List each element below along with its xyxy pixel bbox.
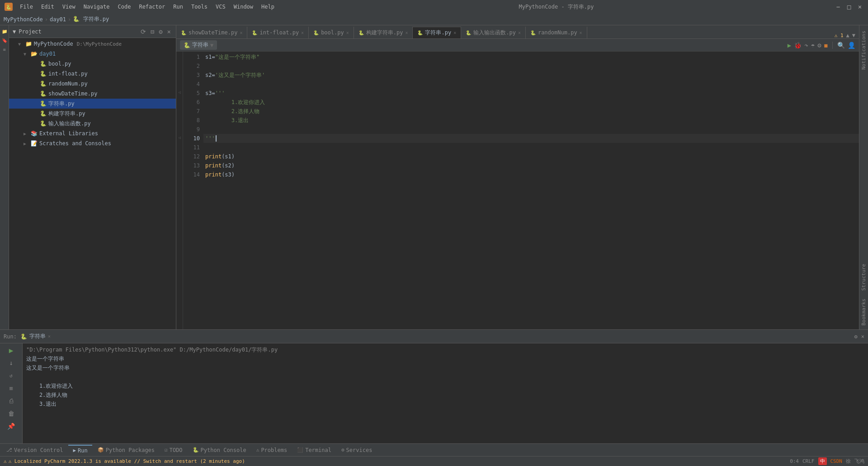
menu-refactor[interactable]: Refactor xyxy=(135,3,169,11)
code-line-14: print(s3) xyxy=(203,170,859,179)
menu-help[interactable]: Help xyxy=(258,3,278,11)
status-right: 0:4 CRLF 中 CSDN 徐 飞鸿 xyxy=(790,457,864,465)
tree-label-goujian: 构建字符串.py xyxy=(48,110,85,118)
tree-item-goujian[interactable]: 🐍 构建字符串.py xyxy=(9,109,176,119)
tab-randomnum[interactable]: 🐍 randomNum.py × xyxy=(526,27,587,38)
run-panel-close[interactable]: × xyxy=(861,333,864,340)
tab-shuru[interactable]: 🐍 输入输出函数.py × xyxy=(461,27,526,38)
tree-item-scratches[interactable]: ▶ 📝 Scratches and Consoles xyxy=(9,138,176,148)
step-over-button[interactable]: ↷ xyxy=(804,42,808,49)
breadcrumb-folder[interactable]: day01 xyxy=(50,16,66,23)
notifications-tab[interactable]: Notifications xyxy=(860,27,868,73)
external-expand[interactable]: ▶ xyxy=(24,131,29,136)
bookmark-icon[interactable]: 🔖 xyxy=(0,36,9,44)
scroll-up[interactable]: ▲ xyxy=(846,32,849,38)
run-arrow-btn[interactable]: ↓ xyxy=(6,358,16,368)
menu-view[interactable]: View xyxy=(59,3,79,11)
menu-run[interactable]: Run xyxy=(170,3,187,11)
code-content[interactable]: s1 = "这是一个字符串" s2 = '这又是一个字符串' s3 = ''' … xyxy=(203,52,859,329)
bookmarks-tab[interactable]: Bookmarks xyxy=(860,295,868,329)
code-line-8: 3.退出 xyxy=(203,116,859,125)
run-rerun-btn[interactable]: ↺ xyxy=(6,371,16,380)
run-button[interactable]: ▶ xyxy=(788,42,791,49)
structure-icon[interactable]: ≡ xyxy=(0,45,9,53)
tab-bool[interactable]: 🐍 bool.py × xyxy=(309,27,354,38)
run-tab-label: 字符串 xyxy=(29,333,46,340)
user-button[interactable]: 👤 xyxy=(848,42,855,49)
panel-close-btn[interactable]: × xyxy=(166,28,172,36)
csdn-badge: CSDN xyxy=(830,458,843,464)
menu-code[interactable]: Code xyxy=(114,3,135,11)
menu-vcs[interactable]: VCS xyxy=(212,3,229,11)
left-icon-strip: 📁 🔖 ≡ xyxy=(0,25,9,329)
tab-python-console[interactable]: 🐍 Python Console xyxy=(188,445,251,456)
scratches-expand[interactable]: ▶ xyxy=(24,141,29,146)
scroll-down[interactable]: ▼ xyxy=(852,32,855,38)
run-output: "D:\Program Files\Python\Python312\pytho… xyxy=(23,343,868,443)
tab-problems[interactable]: ⚠ Problems xyxy=(252,445,292,456)
run-tab-zifu[interactable]: 🐍 字符串 × xyxy=(20,333,51,340)
run-print-btn[interactable]: ⎙ xyxy=(6,396,16,406)
bottom-panel: Run: 🐍 字符串 × ⚙ × ▶ ↓ ↺ ≡ ⎙ 🗑 📌 "D:\Progr… xyxy=(0,329,868,456)
run-tab-bar: Run: 🐍 字符串 × ⚙ × xyxy=(0,330,868,343)
run-tab-close[interactable]: × xyxy=(48,334,51,339)
stop-button[interactable]: ◼ xyxy=(824,42,828,49)
run-play-btn[interactable]: ▶ xyxy=(6,345,16,355)
run-config[interactable]: 🐍 字符串 ▼ xyxy=(180,40,217,50)
tree-item-int-float[interactable]: 🐍 int-float.py xyxy=(9,69,176,79)
code-editor[interactable]: ◁ ◁ 1 2 3 4 5 6 7 8 9 xyxy=(176,52,859,329)
tree-item-randomnum[interactable]: 🐍 randomNum.py xyxy=(9,79,176,89)
tree-item-showdatetime[interactable]: 🐍 showDateTime.py xyxy=(9,89,176,99)
run-settings-btn[interactable]: ⚙ xyxy=(854,333,858,340)
sync-btn[interactable]: ⟳ xyxy=(139,28,147,36)
tree-root[interactable]: ▼ 📁 MyPythonCode D:\MyPythonCode xyxy=(9,39,176,49)
search-button[interactable]: 🔍 xyxy=(837,42,845,49)
tab-services[interactable]: ⚙ Services xyxy=(337,445,377,456)
menu-navigate[interactable]: Navigate xyxy=(80,3,113,11)
code-line-3: s2 = '这又是一个字符串' xyxy=(203,71,859,80)
structure-tab[interactable]: Structure xyxy=(860,260,868,295)
run-pin-btn[interactable]: 📌 xyxy=(6,421,16,431)
tab-todo[interactable]: ☑ TODO xyxy=(160,445,187,456)
tree-item-zifu[interactable]: 🐍 字符串.py xyxy=(9,99,176,109)
project-icon[interactable]: 📁 xyxy=(0,27,9,35)
tab-zifu-active[interactable]: 🐍 字符串.py × xyxy=(413,27,461,38)
run-delete-btn[interactable]: 🗑 xyxy=(6,409,16,418)
root-expand-arrow[interactable]: ▼ xyxy=(18,42,24,47)
tab-int-float[interactable]: 🐍 int-float.py × xyxy=(247,27,309,38)
minimize-button[interactable]: − xyxy=(835,3,842,10)
collapse-all-btn[interactable]: ⊟ xyxy=(149,28,156,36)
breadcrumb-file[interactable]: 🐍 字符串.py xyxy=(73,15,109,23)
tree-item-day01[interactable]: ▼ 📂 day01 xyxy=(9,49,176,59)
project-dropdown-arrow[interactable]: ▼ xyxy=(13,29,16,35)
coverage-button[interactable]: ☂ xyxy=(811,42,815,49)
run-content: ▶ ↓ ↺ ≡ ⎙ 🗑 📌 "D:\Program Files\Python\P… xyxy=(0,343,868,443)
main-layout: 📁 🔖 ≡ ▼ Project ⟳ ⊟ ⚙ × ▼ 📁 MyPythonCode xyxy=(0,25,868,329)
breadcrumb-project[interactable]: MyPythonCode xyxy=(4,16,43,23)
tab-goujian[interactable]: 🐍 构建字符串.py × xyxy=(354,27,413,38)
debug-button[interactable]: 🐞 xyxy=(794,42,802,49)
tab-terminal[interactable]: ⬛ Terminal xyxy=(292,445,336,456)
panel-actions: ⟳ ⊟ ⚙ × xyxy=(139,28,172,36)
menu-file[interactable]: File xyxy=(16,3,37,11)
tab-showdatetime[interactable]: 🐍 showDateTime.py × xyxy=(176,27,247,38)
tab-python-packages[interactable]: 📦 Python Packages xyxy=(93,445,159,456)
menu-tools[interactable]: Tools xyxy=(188,3,211,11)
close-button[interactable]: × xyxy=(856,3,863,10)
day01-expand[interactable]: ▼ xyxy=(24,52,29,57)
tab-run[interactable]: ▶ Run xyxy=(68,445,92,456)
menu-edit[interactable]: Edit xyxy=(38,3,58,11)
tree-item-bool[interactable]: 🐍 bool.py xyxy=(9,59,176,69)
panel-settings-btn[interactable]: ⚙ xyxy=(157,28,164,36)
tree-item-external[interactable]: ▶ 📚 External Libraries xyxy=(9,128,176,138)
project-panel-header: ▼ Project ⟳ ⊟ ⚙ × xyxy=(9,25,176,38)
code-line-2 xyxy=(203,62,859,71)
tree-item-shuru[interactable]: 🐍 输入输出函数.py xyxy=(9,119,176,128)
menu-window[interactable]: Window xyxy=(230,3,257,11)
warning-badge: ⚠ 1 xyxy=(835,33,844,38)
app-icon: 🐍 xyxy=(5,3,13,11)
maximize-button[interactable]: □ xyxy=(845,3,853,10)
settings-button[interactable]: ⚙ xyxy=(817,42,821,49)
run-list-btn[interactable]: ≡ xyxy=(6,383,16,393)
tab-version-control[interactable]: ⎇ Version Control xyxy=(2,445,67,456)
